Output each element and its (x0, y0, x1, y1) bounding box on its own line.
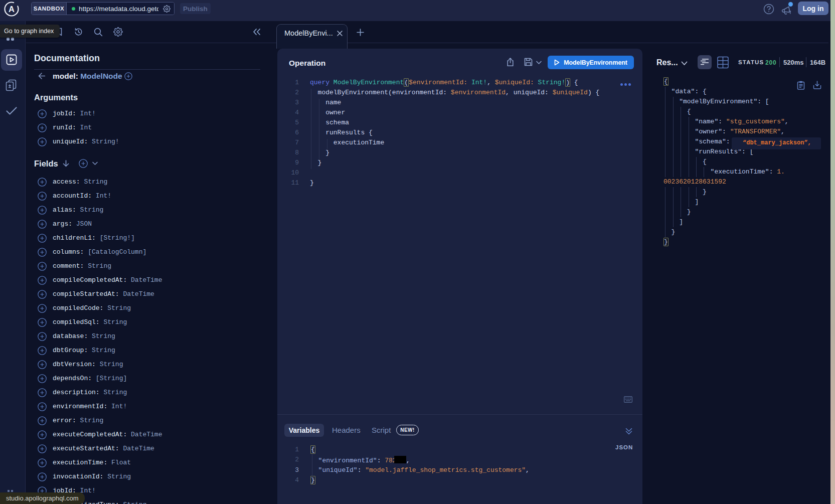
svg-text:A: A (9, 5, 15, 14)
